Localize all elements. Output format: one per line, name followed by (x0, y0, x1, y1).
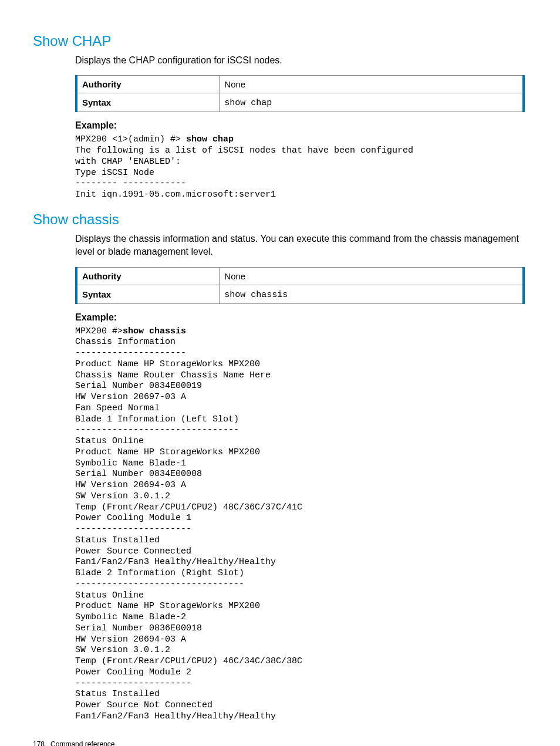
authority-label: Authority (76, 76, 220, 93)
example-body: Chassis Information --------------------… (75, 337, 302, 721)
section2-table: Authority None Syntax show chassis (75, 267, 525, 304)
syntax-value-text: show chassis (224, 290, 288, 300)
syntax-value-text: show chap (224, 98, 272, 108)
section1-example-label: Example: (75, 120, 525, 131)
page: Show CHAP Displays the CHAP configuratio… (0, 0, 560, 746)
prompt-text: MPX200 <1>(admin) #> (75, 134, 186, 144)
table-row: Authority None (76, 267, 524, 285)
syntax-value: show chap (220, 93, 524, 112)
syntax-label: Syntax (76, 93, 220, 112)
example-body: The following is a list of iSCSI nodes t… (75, 146, 413, 200)
heading-show-chap: Show CHAP (33, 33, 525, 49)
section1-table: Authority None Syntax show chap (75, 75, 525, 112)
authority-value: None (220, 267, 524, 285)
section2-example-code: MPX200 #>show chassis Chassis Informatio… (75, 326, 525, 723)
authority-value: None (220, 76, 524, 93)
page-number: 178 (33, 740, 45, 746)
syntax-value: show chassis (220, 285, 524, 303)
section1-description: Displays the CHAP configuration for iSCS… (75, 54, 525, 67)
section2-description: Displays the chassis information and sta… (75, 232, 525, 259)
command-text: show chassis (123, 326, 186, 336)
table-row: Syntax show chap (76, 93, 524, 112)
section1-example-code: MPX200 <1>(admin) #> show chap The follo… (75, 134, 525, 201)
command-text: show chap (186, 134, 234, 144)
authority-label: Authority (76, 267, 220, 285)
section2-example-label: Example: (75, 312, 525, 323)
section2-block: Displays the chassis information and sta… (75, 232, 525, 723)
syntax-label: Syntax (76, 285, 220, 303)
heading-show-chassis: Show chassis (33, 211, 525, 228)
footer-title: Command reference (50, 740, 114, 746)
section1-block: Displays the CHAP configuration for iSCS… (75, 54, 525, 201)
prompt-text: MPX200 #> (75, 326, 123, 336)
table-row: Authority None (76, 76, 524, 93)
page-footer: 178 Command reference (33, 740, 525, 746)
table-row: Syntax show chassis (76, 285, 524, 303)
